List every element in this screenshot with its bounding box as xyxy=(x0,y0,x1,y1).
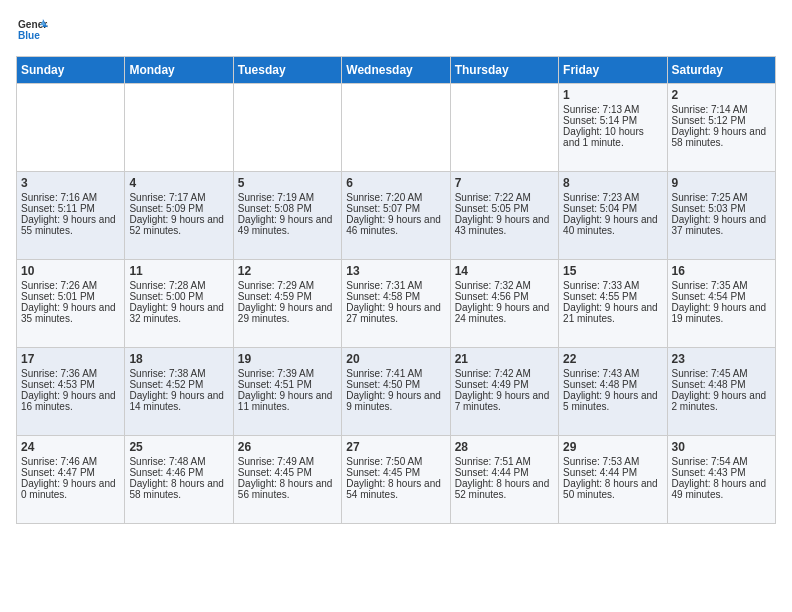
calendar-body: 1Sunrise: 7:13 AMSunset: 5:14 PMDaylight… xyxy=(17,84,776,524)
day-number: 4 xyxy=(129,176,228,190)
day-info: Sunrise: 7:45 AM xyxy=(672,368,771,379)
calendar-week-row: 1Sunrise: 7:13 AMSunset: 5:14 PMDaylight… xyxy=(17,84,776,172)
day-info: Sunset: 4:49 PM xyxy=(455,379,554,390)
day-info: Daylight: 9 hours and 24 minutes. xyxy=(455,302,554,324)
calendar-day-header: Saturday xyxy=(667,57,775,84)
day-info: Sunset: 4:46 PM xyxy=(129,467,228,478)
day-info: Sunrise: 7:14 AM xyxy=(672,104,771,115)
day-info: Sunset: 4:47 PM xyxy=(21,467,120,478)
calendar-cell: 19Sunrise: 7:39 AMSunset: 4:51 PMDayligh… xyxy=(233,348,341,436)
calendar-cell: 11Sunrise: 7:28 AMSunset: 5:00 PMDayligh… xyxy=(125,260,233,348)
day-number: 11 xyxy=(129,264,228,278)
day-info: Sunrise: 7:42 AM xyxy=(455,368,554,379)
day-number: 24 xyxy=(21,440,120,454)
day-info: Daylight: 9 hours and 35 minutes. xyxy=(21,302,120,324)
calendar-cell: 25Sunrise: 7:48 AMSunset: 4:46 PMDayligh… xyxy=(125,436,233,524)
day-info: Daylight: 8 hours and 56 minutes. xyxy=(238,478,337,500)
day-info: Daylight: 9 hours and 40 minutes. xyxy=(563,214,662,236)
day-info: Sunset: 4:58 PM xyxy=(346,291,445,302)
day-info: Daylight: 9 hours and 9 minutes. xyxy=(346,390,445,412)
day-info: Sunrise: 7:13 AM xyxy=(563,104,662,115)
header: General Blue xyxy=(16,16,776,44)
calendar-cell: 7Sunrise: 7:22 AMSunset: 5:05 PMDaylight… xyxy=(450,172,558,260)
day-info: Daylight: 9 hours and 29 minutes. xyxy=(238,302,337,324)
day-info: Sunrise: 7:25 AM xyxy=(672,192,771,203)
day-info: Sunset: 4:48 PM xyxy=(672,379,771,390)
day-info: Sunset: 4:45 PM xyxy=(238,467,337,478)
day-info: Sunrise: 7:32 AM xyxy=(455,280,554,291)
calendar-cell: 5Sunrise: 7:19 AMSunset: 5:08 PMDaylight… xyxy=(233,172,341,260)
day-number: 7 xyxy=(455,176,554,190)
day-info: Daylight: 9 hours and 37 minutes. xyxy=(672,214,771,236)
calendar-cell: 24Sunrise: 7:46 AMSunset: 4:47 PMDayligh… xyxy=(17,436,125,524)
day-info: Sunset: 5:05 PM xyxy=(455,203,554,214)
svg-text:Blue: Blue xyxy=(18,30,40,41)
day-number: 3 xyxy=(21,176,120,190)
day-info: Sunset: 5:03 PM xyxy=(672,203,771,214)
day-number: 12 xyxy=(238,264,337,278)
calendar-week-row: 3Sunrise: 7:16 AMSunset: 5:11 PMDaylight… xyxy=(17,172,776,260)
day-number: 22 xyxy=(563,352,662,366)
day-info: Sunset: 4:52 PM xyxy=(129,379,228,390)
calendar-cell: 2Sunrise: 7:14 AMSunset: 5:12 PMDaylight… xyxy=(667,84,775,172)
day-info: Daylight: 8 hours and 58 minutes. xyxy=(129,478,228,500)
day-info: Daylight: 9 hours and 52 minutes. xyxy=(129,214,228,236)
calendar-cell xyxy=(233,84,341,172)
day-info: Daylight: 9 hours and 55 minutes. xyxy=(21,214,120,236)
calendar-cell: 17Sunrise: 7:36 AMSunset: 4:53 PMDayligh… xyxy=(17,348,125,436)
day-info: Sunrise: 7:16 AM xyxy=(21,192,120,203)
day-info: Sunset: 4:50 PM xyxy=(346,379,445,390)
calendar-table: SundayMondayTuesdayWednesdayThursdayFrid… xyxy=(16,56,776,524)
day-info: Sunrise: 7:35 AM xyxy=(672,280,771,291)
calendar-cell xyxy=(125,84,233,172)
day-info: Sunrise: 7:17 AM xyxy=(129,192,228,203)
day-number: 15 xyxy=(563,264,662,278)
calendar-cell: 28Sunrise: 7:51 AMSunset: 4:44 PMDayligh… xyxy=(450,436,558,524)
day-info: Sunrise: 7:54 AM xyxy=(672,456,771,467)
day-info: Sunrise: 7:51 AM xyxy=(455,456,554,467)
day-info: Daylight: 9 hours and 7 minutes. xyxy=(455,390,554,412)
day-info: Sunset: 5:01 PM xyxy=(21,291,120,302)
day-info: Sunset: 5:14 PM xyxy=(563,115,662,126)
day-info: Daylight: 9 hours and 19 minutes. xyxy=(672,302,771,324)
day-info: Daylight: 9 hours and 43 minutes. xyxy=(455,214,554,236)
calendar-cell: 30Sunrise: 7:54 AMSunset: 4:43 PMDayligh… xyxy=(667,436,775,524)
day-info: Sunset: 4:44 PM xyxy=(563,467,662,478)
calendar-day-header: Monday xyxy=(125,57,233,84)
calendar-cell: 22Sunrise: 7:43 AMSunset: 4:48 PMDayligh… xyxy=(559,348,667,436)
day-info: Sunset: 4:59 PM xyxy=(238,291,337,302)
day-info: Sunset: 4:44 PM xyxy=(455,467,554,478)
day-info: Daylight: 8 hours and 54 minutes. xyxy=(346,478,445,500)
day-info: Sunrise: 7:26 AM xyxy=(21,280,120,291)
day-number: 25 xyxy=(129,440,228,454)
calendar-cell: 8Sunrise: 7:23 AMSunset: 5:04 PMDaylight… xyxy=(559,172,667,260)
calendar-week-row: 17Sunrise: 7:36 AMSunset: 4:53 PMDayligh… xyxy=(17,348,776,436)
day-info: Sunrise: 7:29 AM xyxy=(238,280,337,291)
day-info: Sunrise: 7:46 AM xyxy=(21,456,120,467)
day-info: Sunrise: 7:19 AM xyxy=(238,192,337,203)
logo: General Blue xyxy=(16,16,48,44)
day-info: Sunrise: 7:43 AM xyxy=(563,368,662,379)
day-info: Sunset: 4:45 PM xyxy=(346,467,445,478)
day-info: Sunset: 5:08 PM xyxy=(238,203,337,214)
day-info: Sunrise: 7:23 AM xyxy=(563,192,662,203)
calendar-day-header: Wednesday xyxy=(342,57,450,84)
day-info: Daylight: 8 hours and 50 minutes. xyxy=(563,478,662,500)
calendar-cell: 29Sunrise: 7:53 AMSunset: 4:44 PMDayligh… xyxy=(559,436,667,524)
day-number: 6 xyxy=(346,176,445,190)
day-number: 13 xyxy=(346,264,445,278)
calendar-cell: 13Sunrise: 7:31 AMSunset: 4:58 PMDayligh… xyxy=(342,260,450,348)
day-info: Sunset: 4:43 PM xyxy=(672,467,771,478)
calendar-cell: 27Sunrise: 7:50 AMSunset: 4:45 PMDayligh… xyxy=(342,436,450,524)
day-info: Sunrise: 7:48 AM xyxy=(129,456,228,467)
logo-icon: General Blue xyxy=(16,16,48,44)
day-info: Daylight: 8 hours and 52 minutes. xyxy=(455,478,554,500)
day-info: Sunrise: 7:33 AM xyxy=(563,280,662,291)
calendar-day-header: Friday xyxy=(559,57,667,84)
day-number: 16 xyxy=(672,264,771,278)
day-number: 19 xyxy=(238,352,337,366)
day-number: 1 xyxy=(563,88,662,102)
day-info: Daylight: 9 hours and 5 minutes. xyxy=(563,390,662,412)
day-info: Sunrise: 7:53 AM xyxy=(563,456,662,467)
calendar-cell xyxy=(17,84,125,172)
